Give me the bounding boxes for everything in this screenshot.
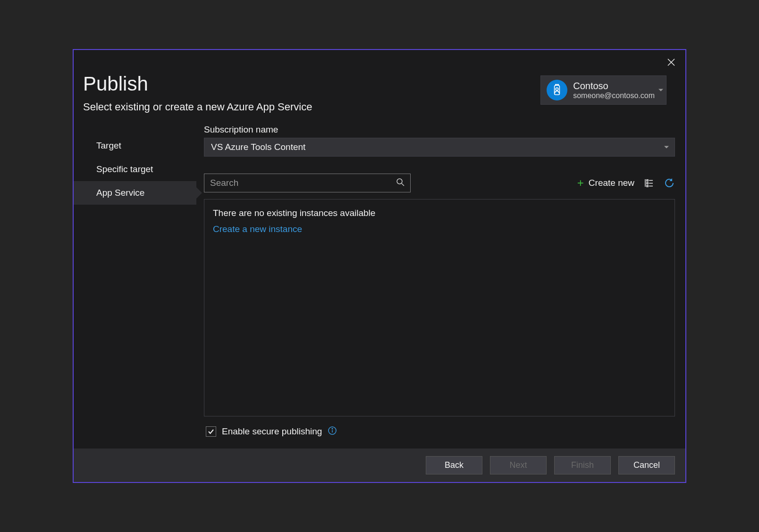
dialog-footer: Back Next Finish Cancel <box>74 449 685 482</box>
close-icon <box>667 58 675 66</box>
search-box[interactable] <box>204 174 411 192</box>
sidebar-item-label: Specific target <box>96 164 153 174</box>
content-area: Subscription name VS Azure Tools Content… <box>196 125 677 437</box>
subscription-value: VS Azure Tools Content <box>211 142 305 152</box>
secure-publishing-label: Enable secure publishing <box>222 426 322 437</box>
chevron-down-icon <box>658 89 663 91</box>
publish-dialog: Publish Select existing or create a new … <box>73 49 686 483</box>
svg-rect-10 <box>647 185 648 187</box>
account-avatar-icon <box>547 80 567 100</box>
sidebar-item-label: Target <box>96 141 121 150</box>
toolbar-row: + Create new <box>204 174 675 192</box>
secure-publishing-row: Enable secure publishing <box>204 426 675 437</box>
info-button[interactable] <box>328 426 337 437</box>
sidebar-item-specific-target[interactable]: Specific target <box>74 158 196 181</box>
create-new-button[interactable]: + Create new <box>577 176 634 190</box>
subscription-label: Subscription name <box>204 125 675 135</box>
search-input[interactable] <box>210 178 396 188</box>
svg-rect-8 <box>647 183 648 184</box>
svg-line-5 <box>402 183 404 186</box>
dialog-subtitle: Select existing or create a new Azure Ap… <box>83 101 312 113</box>
close-button[interactable] <box>666 57 677 68</box>
account-name: Contoso <box>573 81 655 91</box>
svg-point-4 <box>397 179 402 184</box>
toolbar-right: + Create new <box>577 176 675 190</box>
account-email: someone@contoso.com <box>573 91 655 100</box>
dialog-title: Publish <box>83 73 312 95</box>
sidebar: Target Specific target App Service <box>74 125 196 437</box>
cancel-button[interactable]: Cancel <box>618 456 675 474</box>
sidebar-item-label: App Service <box>96 188 144 198</box>
finish-button[interactable]: Finish <box>554 456 611 474</box>
header-text: Publish Select existing or create a new … <box>83 73 312 113</box>
tree-view-icon <box>644 178 654 188</box>
check-icon <box>208 428 214 435</box>
next-button[interactable]: Next <box>490 456 547 474</box>
sidebar-item-target[interactable]: Target <box>74 134 196 158</box>
secure-publishing-checkbox[interactable] <box>206 426 216 437</box>
search-icon <box>396 178 405 188</box>
back-button[interactable]: Back <box>426 456 482 474</box>
info-icon <box>328 426 337 435</box>
create-instance-link[interactable]: Create a new instance <box>213 224 666 234</box>
account-text: Contoso someone@contoso.com <box>573 81 655 100</box>
svg-point-14 <box>332 428 333 429</box>
create-new-label: Create new <box>589 178 634 188</box>
subscription-dropdown[interactable]: VS Azure Tools Content <box>204 138 675 157</box>
account-selector[interactable]: Contoso someone@contoso.com <box>540 75 666 105</box>
svg-point-3 <box>556 88 558 90</box>
instance-panel: There are no existing instances availabl… <box>204 199 675 416</box>
dialog-header: Publish Select existing or create a new … <box>74 50 685 125</box>
sidebar-item-app-service[interactable]: App Service <box>74 181 196 205</box>
empty-message: There are no existing instances availabl… <box>213 208 666 218</box>
dialog-main: Target Specific target App Service Subsc… <box>74 125 685 437</box>
tree-view-button[interactable] <box>644 178 654 188</box>
refresh-icon <box>664 177 675 189</box>
svg-rect-6 <box>647 180 648 181</box>
refresh-button[interactable] <box>664 177 675 189</box>
plus-icon: + <box>577 176 584 190</box>
